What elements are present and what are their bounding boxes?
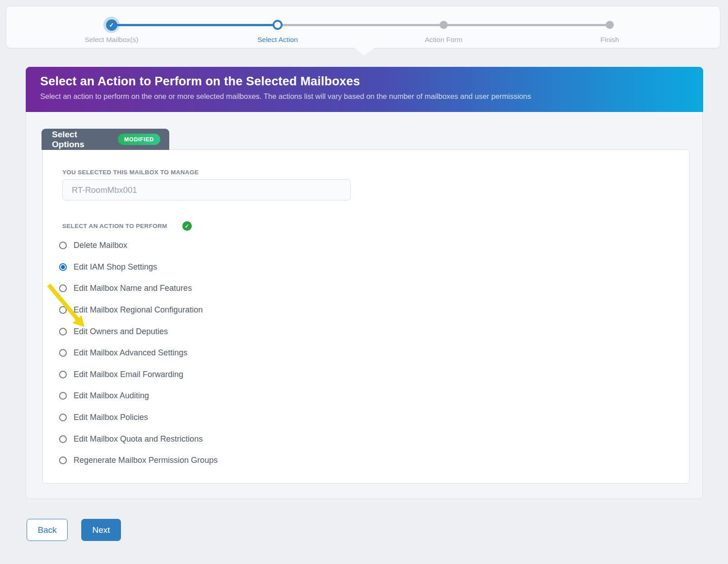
- step-label: Select Mailbox(s): [85, 36, 139, 44]
- mailbox-field-label: YOU SELECTED THIS MAILBOX TO MANAGE: [62, 169, 199, 176]
- action-option-row[interactable]: Edit IAM Shop Settings: [59, 256, 671, 278]
- radio-button-icon[interactable]: [59, 414, 67, 421]
- page-subtitle: Select an action to perform on the one o…: [40, 92, 703, 101]
- radio-button-icon[interactable]: [59, 242, 67, 249]
- stepper-progress-line: [111, 24, 278, 26]
- step-label: Select Action: [257, 36, 298, 44]
- radio-button-icon[interactable]: [59, 435, 67, 443]
- valid-check-icon: ✓: [182, 221, 192, 231]
- radio-button-icon[interactable]: [59, 349, 67, 357]
- back-button[interactable]: Back: [27, 519, 68, 541]
- action-option-row[interactable]: Edit Mailbox Regional Configuration: [59, 299, 671, 321]
- action-option-label: Regenerate Mailbox Permission Groups: [74, 456, 218, 465]
- tab-select-options[interactable]: Select Options MODIFIED: [42, 129, 169, 150]
- step-completed-halo: ✓: [103, 17, 120, 33]
- action-option-label: Edit Mailbox Email Forwarding: [74, 370, 183, 379]
- action-field-label: SELECT AN ACTION TO PERFORM: [62, 223, 167, 229]
- action-options-list: Delete Mailbox Edit IAM Shop Settings Ed…: [59, 235, 671, 471]
- action-option-row[interactable]: Delete Mailbox: [59, 235, 671, 256]
- action-section-header: SELECT AN ACTION TO PERFORM ✓: [62, 221, 192, 231]
- select-action-card: Select an Action to Perform on the Selec…: [26, 67, 703, 499]
- page-title: Select an Action to Perform on the Selec…: [40, 75, 703, 89]
- action-option-label: Edit Mailbox Auditing: [74, 391, 149, 401]
- action-option-row[interactable]: Edit Mailbox Quota and Restrictions: [59, 428, 671, 450]
- action-option-label: Edit Mailbox Quota and Restrictions: [74, 434, 203, 444]
- radio-button-icon[interactable]: [59, 371, 67, 378]
- action-option-row[interactable]: Edit Mailbox Advanced Settings: [59, 342, 671, 364]
- card-header: Select an Action to Perform on the Selec…: [26, 67, 703, 112]
- step-label: Finish: [600, 36, 619, 44]
- radio-button-icon[interactable]: [59, 457, 67, 464]
- radio-button-icon[interactable]: [59, 392, 67, 400]
- page: ✓ Select Mailbox(s) Select Action Action…: [0, 0, 728, 564]
- tab-label: Select Options: [52, 130, 110, 149]
- action-option-row[interactable]: Edit Mailbox Name and Features: [59, 278, 671, 299]
- action-option-label: Edit IAM Shop Settings: [74, 262, 157, 272]
- action-option-row[interactable]: Regenerate Mailbox Permission Groups: [59, 450, 671, 471]
- modified-badge: MODIFIED: [118, 134, 160, 145]
- action-option-row[interactable]: Edit Mailbox Policies: [59, 407, 671, 429]
- action-option-label: Edit Mailbox Advanced Settings: [74, 348, 187, 358]
- action-option-label: Edit Mailbox Policies: [74, 413, 148, 422]
- yellow-callout-arrow-icon: [43, 280, 93, 337]
- action-option-row[interactable]: Edit Owners and Deputies: [59, 321, 671, 342]
- options-panel: YOU SELECTED THIS MAILBOX TO MANAGE SELE…: [42, 149, 690, 484]
- pending-step-dot-icon: [440, 21, 448, 29]
- radio-button-icon[interactable]: [59, 263, 67, 271]
- action-option-label: Delete Mailbox: [74, 241, 127, 250]
- action-option-row[interactable]: Edit Mailbox Email Forwarding: [59, 364, 671, 386]
- pending-step-dot-icon: [606, 21, 614, 29]
- step-label: Action Form: [425, 36, 463, 44]
- next-button[interactable]: Next: [81, 519, 121, 541]
- action-option-row[interactable]: Edit Mailbox Auditing: [59, 385, 671, 407]
- wizard-stepper: ✓ Select Mailbox(s) Select Action Action…: [6, 6, 720, 48]
- check-circle-icon: ✓: [106, 19, 117, 31]
- selected-mailbox-input[interactable]: [62, 179, 351, 200]
- stepper-notch-pointer: [354, 48, 374, 56]
- active-step-dot-icon: [273, 20, 283, 30]
